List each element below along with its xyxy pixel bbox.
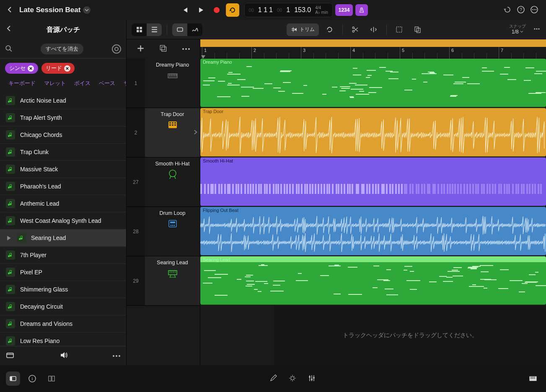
instrument-icon (17, 233, 26, 242)
svg-point-43 (313, 377, 315, 379)
snap-menu[interactable]: スナップ 1/8 (509, 24, 526, 35)
remove-tag-icon[interactable] (64, 65, 70, 72)
search-icon[interactable] (5, 45, 12, 53)
lcd-locator: 1 (286, 6, 290, 14)
patch-item[interactable]: Low Res Piano (0, 333, 126, 346)
patch-item[interactable]: Anthemic Lead (0, 195, 126, 212)
patch-item[interactable]: Shimmering Glass (0, 281, 126, 298)
duplicate-track-icon[interactable] (159, 44, 167, 54)
display-mode-button[interactable] (172, 23, 187, 36)
region[interactable]: Smooth Hi-Hat (200, 157, 546, 206)
svg-rect-23 (174, 122, 176, 124)
patch-item[interactable]: Pharaoh's Lead (0, 178, 126, 195)
automation-button[interactable] (187, 23, 202, 36)
category-chip[interactable]: ベース (96, 78, 119, 89)
funcbar-more-icon[interactable] (533, 25, 541, 34)
patch-name: 7th Player (20, 252, 47, 258)
info-button[interactable]: i (25, 371, 39, 386)
more-icon[interactable] (530, 5, 538, 15)
region[interactable]: Flipping Out Beat (200, 207, 546, 255)
mixer-icon[interactable] (308, 374, 316, 384)
panels-button[interactable] (44, 371, 59, 386)
region[interactable]: Searing Lead (200, 256, 546, 305)
trim-tool-button[interactable]: トリム (287, 23, 319, 36)
go-to-start-button[interactable] (178, 3, 191, 17)
patch-item[interactable]: Decaying Circuit (0, 298, 126, 315)
patch-item[interactable]: 7th Player (0, 247, 126, 264)
svg-rect-19 (168, 74, 177, 78)
metronome-button[interactable] (355, 4, 368, 16)
instrument-icon (6, 285, 15, 294)
view-grid-button[interactable] (132, 23, 147, 36)
split-tool-button[interactable] (366, 23, 381, 36)
track-number: 2 (127, 108, 145, 157)
track-header[interactable]: 1Dreamy Piano (127, 59, 200, 108)
cycle-region[interactable] (200, 39, 546, 47)
track-name: Searing Lead (157, 260, 188, 266)
category-chip[interactable]: ボイス (71, 78, 94, 89)
track-icon (167, 70, 179, 81)
svg-point-16 (538, 28, 539, 29)
track-header[interactable]: 29Searing Lead (127, 256, 200, 306)
patch-item[interactable]: Arctic Noise Lead (0, 92, 126, 109)
svg-rect-24 (169, 124, 171, 126)
pencil-tool-icon[interactable] (269, 374, 277, 384)
view-list-button[interactable] (147, 23, 162, 36)
speaker-icon[interactable] (60, 351, 68, 361)
track-name: Drum Loop (160, 210, 186, 216)
back-icon[interactable] (7, 6, 13, 14)
add-track-icon[interactable] (137, 44, 145, 54)
svg-rect-18 (162, 47, 166, 52)
project-dropdown-icon[interactable] (83, 6, 91, 14)
play-button[interactable] (194, 3, 207, 17)
keyboard-icon[interactable] (526, 371, 540, 386)
patch-item[interactable]: West Coast Analog Synth Lead (0, 212, 126, 230)
patch-item[interactable]: Trap Clunk (0, 144, 126, 161)
svg-point-30 (170, 225, 171, 226)
filter-tag[interactable]: リード (41, 63, 75, 74)
lcd-tempo: 153.0 (294, 6, 311, 14)
patch-item[interactable]: Trap Alert Synth (0, 109, 126, 126)
library-icon[interactable] (6, 351, 14, 361)
record-button[interactable] (210, 3, 223, 17)
patch-item[interactable]: Pixel EP (0, 264, 126, 281)
loop-tool-button[interactable] (322, 23, 337, 36)
clear-filters-button[interactable]: すべてを消去 (41, 44, 83, 54)
help-icon[interactable]: ? (517, 5, 525, 15)
region[interactable]: Dreamy Piano (200, 59, 546, 107)
category-chip[interactable]: キーボード (5, 78, 39, 89)
chevron-right-icon[interactable] (192, 129, 198, 136)
patch-item[interactable]: Dreams and Visions (0, 315, 126, 333)
countin-button[interactable]: 1234 (335, 4, 353, 16)
patch-item[interactable]: Massive Stack (0, 161, 126, 178)
scissors-tool-button[interactable] (348, 23, 363, 36)
browser-toggle-button[interactable] (6, 371, 20, 386)
lcd-display[interactable]: 00 1 11 00 1 153.0 4/4A♭ min (244, 3, 333, 17)
patch-name: Trap Clunk (20, 149, 49, 155)
move-tool-button[interactable] (410, 23, 425, 36)
track-header[interactable]: 2Trap Door (127, 108, 200, 157)
filter-tag[interactable]: シンセ (5, 63, 38, 74)
svg-point-5 (536, 9, 536, 10)
patch-item[interactable]: Searing Lead (0, 230, 126, 247)
marquee-tool-button[interactable] (392, 23, 407, 36)
category-chip[interactable]: サウ (120, 78, 126, 89)
ruler[interactable]: 1234567 (200, 39, 546, 59)
remove-tag-icon[interactable] (28, 65, 34, 72)
track-header[interactable]: 27Smooth Hi-Hat (127, 157, 200, 207)
brush-tool-icon[interactable] (288, 374, 297, 384)
patch-name: Decaying Circuit (20, 303, 63, 310)
browser-back-icon[interactable] (6, 25, 13, 33)
svg-text:i: i (32, 376, 33, 381)
track-header[interactable]: 28Drum Loop (127, 207, 200, 256)
cycle-button[interactable] (226, 3, 239, 17)
trackheader-more-icon[interactable] (182, 48, 190, 50)
sound-packs-icon[interactable] (112, 44, 121, 54)
svg-rect-17 (160, 45, 165, 50)
undo-icon[interactable] (503, 5, 512, 15)
instrument-icon (6, 96, 15, 105)
patch-item[interactable]: Chicago Chords (0, 126, 126, 144)
sidebar-more-icon[interactable] (113, 355, 120, 357)
region[interactable]: Trap Door (200, 108, 546, 157)
category-chip[interactable]: マレット (41, 78, 69, 89)
